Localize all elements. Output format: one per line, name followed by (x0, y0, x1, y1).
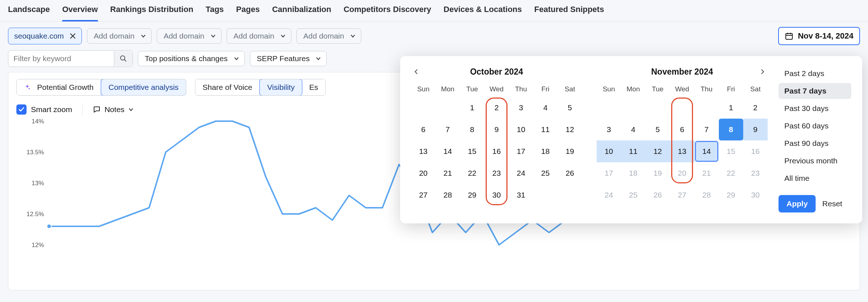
calendar-day[interactable]: 9 (484, 119, 509, 140)
search-icon[interactable] (114, 51, 132, 66)
calendar-day[interactable]: 4 (621, 119, 645, 140)
calendar-day[interactable]: 10 (597, 140, 621, 162)
calendar-day[interactable]: 17 (509, 140, 533, 162)
chevron-down-icon (315, 56, 321, 61)
nav-tab-devices-locations[interactable]: Devices & Locations (443, 0, 522, 21)
add-domain-4[interactable]: Add domain (296, 28, 361, 44)
calendar-day[interactable]: 3 (597, 119, 621, 140)
calendar-dow: Sat (558, 83, 582, 97)
calendar-day[interactable]: 11 (621, 140, 645, 162)
preset-all-time[interactable]: All time (779, 170, 851, 186)
calendar-day[interactable]: 13 (670, 140, 694, 162)
calendar-dow: Thu (509, 83, 533, 97)
keyword-filter[interactable] (8, 50, 133, 67)
add-domain-3[interactable]: Add domain (227, 28, 291, 44)
preset-previous-month[interactable]: Previous month (779, 153, 851, 169)
nav-tab-tags[interactable]: Tags (206, 0, 224, 21)
calendar-day[interactable]: 7 (435, 119, 460, 140)
calendar-day[interactable]: 13 (411, 140, 435, 162)
calendar-day[interactable]: 16 (484, 140, 509, 162)
calendar-day[interactable]: 8 (719, 119, 743, 140)
calendar-day[interactable]: 2 (484, 97, 509, 119)
calendar-day[interactable]: 6 (411, 119, 435, 140)
calendar-day[interactable]: 12 (558, 119, 582, 140)
calendar-day[interactable]: 29 (460, 184, 484, 206)
smart-zoom-toggle[interactable]: Smart zoom (16, 104, 72, 115)
calendar-day[interactable]: 11 (533, 119, 558, 140)
chevron-down-icon (280, 33, 286, 39)
domain-chip-primary[interactable]: seoquake.com (8, 28, 82, 44)
calendar-day[interactable]: 3 (509, 97, 533, 119)
calendar-day[interactable]: 25 (533, 162, 558, 184)
nav-tab-rankings-distribution[interactable]: Rankings Distribution (110, 0, 194, 21)
calendar-day[interactable]: 2 (743, 97, 768, 119)
calendar-day[interactable]: 7 (694, 119, 719, 140)
calendar-day[interactable]: 12 (645, 140, 670, 162)
nav-tab-landscape[interactable]: Landscape (8, 0, 50, 21)
calendar-day[interactable]: 15 (460, 140, 484, 162)
keyword-input[interactable] (8, 51, 110, 67)
calendar-day[interactable]: 6 (670, 119, 694, 140)
calendar-dow: Sun (597, 83, 621, 97)
preset-past-60-days[interactable]: Past 60 days (779, 118, 851, 134)
seg-truncated[interactable]: Es (302, 79, 326, 95)
calendar-dow: Tue (645, 83, 670, 97)
preset-actions: ApplyReset (779, 188, 851, 212)
calendar-day[interactable]: 26 (558, 162, 582, 184)
calendar-wrap: October 2024SunMonTueWedThuFriSat1234567… (411, 65, 768, 212)
seg-visibility[interactable]: Visibility (259, 79, 302, 96)
seg-share-of-voice[interactable]: Share of Voice (195, 79, 260, 95)
calendar-day[interactable]: 4 (533, 97, 558, 119)
calendar-day[interactable]: 23 (484, 162, 509, 184)
calendar-day[interactable]: 30 (484, 184, 509, 206)
calendar-day[interactable]: 18 (533, 140, 558, 162)
close-icon[interactable] (68, 31, 78, 41)
positions-select[interactable]: Top positions & changes (138, 51, 245, 66)
apply-button[interactable]: Apply (779, 195, 816, 212)
preset-past-30-days[interactable]: Past 30 days (779, 100, 851, 116)
prev-month-icon[interactable] (411, 66, 422, 77)
date-range-button[interactable]: Nov 8-14, 2024 (778, 27, 860, 45)
preset-past-2-days[interactable]: Past 2 days (779, 65, 851, 82)
calendar-day[interactable]: 1 (460, 97, 484, 119)
nav-tab-featured-snippets[interactable]: Featured Snippets (534, 0, 604, 21)
add-domain-2[interactable]: Add domain (157, 28, 222, 44)
preset-past-7-days[interactable]: Past 7 days (779, 83, 851, 99)
svg-text:13%: 13% (32, 180, 44, 187)
calendar-day[interactable]: 1 (719, 97, 743, 119)
next-month-icon[interactable] (757, 66, 768, 77)
calendar-day[interactable]: 31 (509, 184, 533, 206)
nav-tab-pages[interactable]: Pages (236, 0, 260, 21)
nav-tab-competitors-discovery[interactable]: Competitors Discovery (343, 0, 431, 21)
top-nav: LandscapeOverviewRankings DistributionTa… (0, 0, 868, 22)
calendar-day[interactable]: 5 (558, 97, 582, 119)
calendar-day[interactable]: 14 (435, 140, 460, 162)
seg-potential-growth[interactable]: Potential Growth (17, 79, 101, 95)
notes-dropdown[interactable]: Notes (93, 105, 134, 114)
calendar-day[interactable]: 10 (509, 119, 533, 140)
calendar-day[interactable]: 24 (509, 162, 533, 184)
seg-competitive-analysis[interactable]: Competitive analysis (101, 79, 186, 96)
nav-tab-cannibalization[interactable]: Cannibalization (272, 0, 331, 21)
calendar-title: October 2024 (411, 65, 582, 78)
svg-text:14%: 14% (32, 118, 44, 125)
calendar-day[interactable]: 27 (411, 184, 435, 206)
calendar-day[interactable]: 5 (645, 119, 670, 140)
svg-text:13.5%: 13.5% (27, 149, 44, 156)
calendar-title: November 2024 (597, 65, 768, 78)
calendar-day[interactable]: 14 (694, 140, 719, 162)
serp-select[interactable]: SERP Features (250, 51, 327, 66)
calendar-day[interactable]: 22 (460, 162, 484, 184)
calendar-day[interactable]: 19 (558, 140, 582, 162)
calendar-day[interactable]: 21 (435, 162, 460, 184)
calendar-day[interactable]: 28 (435, 184, 460, 206)
reset-button[interactable]: Reset (822, 199, 842, 208)
calendar-day[interactable]: 8 (460, 119, 484, 140)
preset-past-90-days[interactable]: Past 90 days (779, 135, 851, 151)
calendar-day[interactable]: 9 (743, 119, 768, 140)
calendar-day: 20 (670, 162, 694, 184)
calendar-day[interactable]: 20 (411, 162, 435, 184)
nav-tab-overview[interactable]: Overview (62, 0, 98, 21)
calendar-day: 22 (719, 162, 743, 184)
add-domain-1[interactable]: Add domain (87, 28, 152, 44)
